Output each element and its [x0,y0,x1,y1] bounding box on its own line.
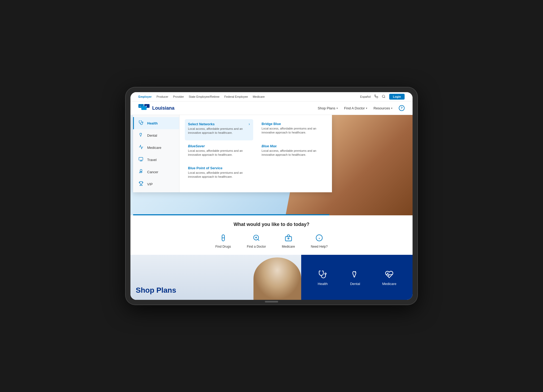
medicare-heartbeat-icon [384,269,395,280]
search-icon [382,95,386,98]
quick-action-find-drugs-label: Find Drugs [215,245,231,248]
nav-resources-label: Resources [374,106,390,110]
top-nav: Employer Producer Provider State Employe… [130,92,413,101]
nav-find-doctor-label: Find A Doctor [344,106,365,110]
logo-text: Louisiana [152,105,174,111]
svg-text:✦: ✦ [145,105,147,108]
top-nav-links: Employer Producer Provider State Employe… [138,95,265,98]
sidebar-item-vip[interactable]: VIP [133,178,179,190]
dropdown-menu: Health Dental [133,115,332,192]
stethoscope-icon [138,120,144,126]
svg-rect-15 [285,237,291,241]
svg-text:+: + [139,105,141,108]
shop-plans-person-silhouette [253,257,301,300]
sidebar-item-travel[interactable]: Travel [133,154,179,166]
plan-type-medicare[interactable]: Medicare [382,269,396,286]
nav-resources-chevron: ▾ [391,107,392,110]
plan-title-bridge-blue: Bridge Blue [262,122,281,126]
top-nav-right: Español Login [360,94,405,100]
espanol-link[interactable]: Español [360,95,371,98]
main-nav: + ✦ Louisiana Shop Plans ▾ Find A Doctor… [130,101,413,115]
heartbeat-icon [138,145,144,150]
svg-point-7 [142,122,143,123]
topnav-medicare[interactable]: Medicare [253,95,265,98]
shop-plans-right: Health Dental [301,255,413,300]
bottom-content: What would you like to do today? Find Dr… [130,215,413,255]
plan-desc-bridge-blue: Local access, affordable premiums and an… [262,127,324,135]
plan-type-dental-label: Dental [350,282,360,286]
svg-line-12 [258,239,259,240]
plan-desc-blue-max: Local access, affordable premiums and an… [262,149,324,157]
help-button[interactable]: ? [399,105,405,111]
quick-action-need-help[interactable]: Need Help? [311,233,327,248]
plan-bluesaver[interactable]: BlueSaver Local access, affordable premi… [185,141,253,162]
dropdown-overlay: Health Dental [130,115,413,215]
plan-blue-max[interactable]: Blue Max Local access, affordable premiu… [259,141,327,162]
dropdown-content: Select Networks › Local access, affordab… [179,115,332,192]
sidebar-vip-label: VIP [147,182,153,186]
quick-actions: Find Drugs Find a Doctor [138,233,405,248]
plan-desc-bluesaver: Local access, affordable premiums and an… [188,149,250,157]
shop-plans-title: Shop Plans [136,286,176,295]
topnav-provider[interactable]: Provider [173,95,184,98]
svg-marker-8 [140,160,142,161]
what-today-heading: What would you like to do today? [138,222,405,227]
bcbs-logo-icon: + ✦ [138,104,150,112]
quick-action-find-drugs[interactable]: Find Drugs [215,233,231,248]
svg-point-16 [288,238,289,239]
quick-action-medicare[interactable]: Medicare [282,233,295,248]
tooth-icon [138,132,144,138]
topnav-employer[interactable]: Employer [138,95,152,98]
search-button[interactable] [382,95,386,99]
plan-title-select-networks: Select Networks [188,122,214,126]
dropdown-sidebar: Health Dental [133,115,179,192]
doctor-search-icon [251,233,262,243]
ribbon-icon [138,169,144,175]
pill-icon [218,233,229,243]
plan-title-blue-max: Blue Max [262,144,277,148]
svg-line-1 [384,97,385,98]
travel-icon [138,157,144,163]
nav-find-doctor-chevron: ▾ [366,107,367,110]
topnav-state-employee[interactable]: State Employee/Retiree [189,95,220,98]
phone-icon [374,95,378,98]
plan-type-dental[interactable]: Dental [350,269,360,286]
nav-shop-plans[interactable]: Shop Plans ▾ [318,106,338,110]
topnav-producer[interactable]: Producer [156,95,168,98]
quick-action-find-doctor[interactable]: Find a Doctor [247,233,266,248]
dropdown-bottom-bar [133,214,329,215]
plan-type-medicare-label: Medicare [382,282,396,286]
shop-plans-section: Shop Plans Health [130,255,413,300]
plan-type-health[interactable]: Health [317,269,328,286]
tablet-screen: Employer Producer Provider State Employe… [130,92,413,300]
quick-action-need-help-label: Need Help? [311,245,327,248]
logo-area: + ✦ Louisiana [138,104,174,112]
nav-find-doctor[interactable]: Find A Doctor ▾ [344,106,367,110]
sidebar-item-cancer[interactable]: Cancer [133,166,179,178]
tablet-home-indicator [265,301,278,302]
plan-blue-pos[interactable]: Blue Point of Service Local access, affo… [185,163,253,184]
nav-shop-plans-label: Shop Plans [318,106,335,110]
plan-bridge-blue[interactable]: Bridge Blue Local access, affordable pre… [259,119,327,140]
sidebar-cancer-label: Cancer [147,170,158,174]
phone-button[interactable] [374,95,378,99]
sidebar-item-dental[interactable]: Dental [133,129,179,141]
nav-resources[interactable]: Resources ▾ [374,106,392,110]
plan-desc-blue-pos: Local access, affordable premiums and an… [188,171,250,179]
medicare-icon [283,233,294,243]
sidebar-travel-label: Travel [147,158,157,162]
what-today-section: What would you like to do today? [138,222,405,227]
sidebar-item-medicare[interactable]: Medicare [133,141,179,154]
login-button[interactable]: Login [389,94,405,100]
main-nav-links: Shop Plans ▾ Find A Doctor ▾ Resources ▾… [318,105,405,111]
plan-select-networks[interactable]: Select Networks › Local access, affordab… [185,119,253,140]
help-icon: ? [401,106,402,110]
topnav-federal-employee[interactable]: Federal Employee [224,95,248,98]
plan-desc-select-networks: Local access, affordable premiums and an… [188,127,250,135]
trophy-icon [138,181,144,187]
sidebar-item-health[interactable]: Health [133,117,179,129]
svg-point-0 [382,95,385,97]
plan-title-bluesaver: BlueSaver [188,144,205,148]
plan-chevron-select-networks: › [249,122,250,126]
health-stethoscope-icon [317,269,328,280]
